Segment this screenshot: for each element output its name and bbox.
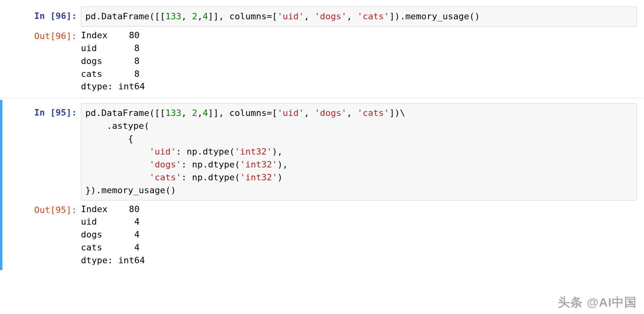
code-text[interactable]: pd.DataFrame([[133, 2,4]], columns=['uid… [85,10,632,23]
notebook: In [96]: pd.DataFrame([[133, 2,4]], colu… [0,0,644,270]
input-row: In [96]: pd.DataFrame([[133, 2,4]], colu… [2,6,644,27]
output-prompt: Out[95]: [2,200,81,220]
code-input-area[interactable]: pd.DataFrame([[133, 2,4]], columns=['uid… [81,103,637,200]
input-prompt: In [95]: [2,103,81,122]
output-text: Index 80 uid 8 dogs 8 cats 8 dtype: int6… [81,29,637,93]
output-text: Index 80 uid 4 dogs 4 cats 4 dtype: int6… [81,203,637,267]
output-row: Out[96]: Index 80 uid 8 dogs 8 cats 8 dt… [2,27,644,93]
code-input-box[interactable]: pd.DataFrame([[133, 2,4]], columns=['uid… [81,103,637,200]
code-input-box[interactable]: pd.DataFrame([[133, 2,4]], columns=['uid… [81,6,637,27]
output-prompt: Out[96]: [2,27,81,46]
notebook-cell[interactable]: In [95]: pd.DataFrame([[133, 2,4]], colu… [0,100,644,270]
notebook-cell[interactable]: In [96]: pd.DataFrame([[133, 2,4]], colu… [0,3,644,96]
input-row: In [95]: pd.DataFrame([[133, 2,4]], colu… [2,103,644,200]
code-text[interactable]: pd.DataFrame([[133, 2,4]], columns=['uid… [85,107,632,196]
cell-divider [0,98,644,98]
code-input-area[interactable]: pd.DataFrame([[133, 2,4]], columns=['uid… [81,6,637,27]
output-row: Out[95]: Index 80 uid 4 dogs 4 cats 4 dt… [2,200,644,267]
input-prompt: In [96]: [2,6,81,26]
output-area: Index 80 uid 4 dogs 4 cats 4 dtype: int6… [81,200,637,267]
output-area: Index 80 uid 8 dogs 8 cats 8 dtype: int6… [81,27,637,93]
